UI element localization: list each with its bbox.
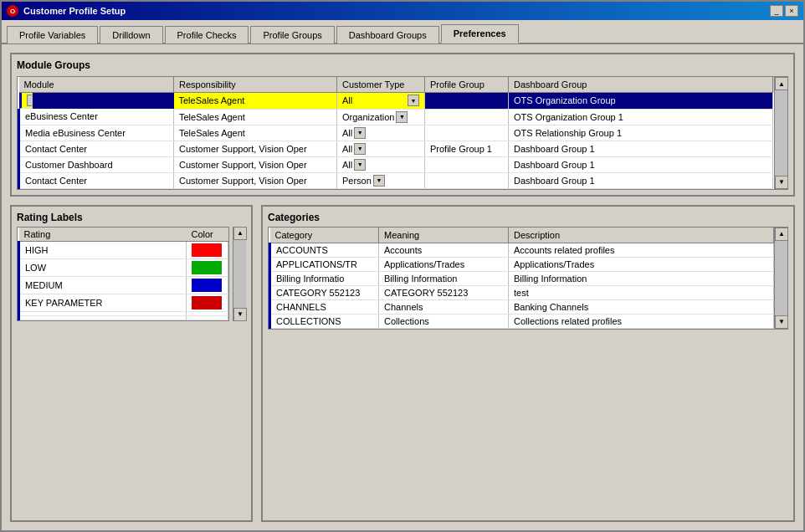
dashboard-group-cell: OTS Relationship Group 1 [509,125,773,141]
description-cell: Applications/Trades [509,257,774,271]
rating-labels-title: Rating Labels [17,212,246,223]
rating-header: Rating Color [19,228,228,242]
rating-scroll-up[interactable]: ▲ [233,227,247,240]
cat-scroll-down[interactable]: ▼ [775,315,788,329]
module-edit-btn[interactable]: ... [27,95,33,106]
module-cell: Contact Center [19,172,174,188]
module-cell: ...eBusiness Center [19,93,33,109]
customer-type-cell: All▼ [337,141,425,156]
module-row[interactable]: Customer DashboardCustomer Support, Visi… [19,156,787,172]
profile-group-cell [425,125,509,141]
module-groups-body: ...eBusiness CenterTeleSales AgentAll▼OT… [19,93,787,189]
category-cell: COLLECTIONS [270,314,379,328]
categories-body: ACCOUNTSAccountsAccounts related profile… [270,243,774,328]
module-row[interactable]: Contact CenterCustomer Support, Vision O… [19,172,787,188]
module-groups-section: Module Groups Module Responsibility Cust… [10,53,795,197]
description-cell: Banking Channels [509,299,774,314]
responsibility-cell: TeleSales Agent [174,109,337,125]
categories-scrollbar[interactable]: ▲ ▼ [774,228,787,329]
category-row[interactable]: Billing InformatioBilling InformationBil… [270,271,774,285]
customer-type-dropdown[interactable]: ▼ [354,143,366,155]
customer-type-dropdown[interactable]: ▼ [354,159,366,171]
main-content: Module Groups Module Responsibility Cust… [2,44,803,530]
meaning-cell: Applications/Trades [379,257,509,271]
module-groups-table: Module Responsibility Customer Type Prof… [18,77,787,189]
app-icon: O [7,5,18,17]
meaning-cell: Channels [379,299,509,314]
tab-profile-variables[interactable]: Profile Variables [7,26,98,43]
tab-drilldown[interactable]: Drilldown [100,26,162,43]
rating-row[interactable]: HIGH [19,241,228,258]
category-row[interactable]: CATEGORY 552123CATEGORY 552123test [270,285,774,299]
rating-row[interactable]: LOW [19,258,228,276]
scroll-track [775,90,787,176]
customer-type-dropdown[interactable]: ▼ [373,175,385,187]
customer-type-cell: All▼ [337,156,425,172]
profile-group-cell [425,172,509,188]
category-cell: APPLICATIONS/TR [270,257,379,271]
tab-dashboard-groups[interactable]: Dashboard Groups [336,26,439,43]
rating-table-wrap: Rating Color HIGHLOWMEDIUMKEY PARAMETER … [17,227,246,321]
cat-scroll-up[interactable]: ▲ [775,228,788,241]
scroll-up-btn[interactable]: ▲ [775,77,788,90]
rating-color-cell [187,258,228,276]
desc-col-header: Description [509,228,774,243]
rating-scrollbar[interactable]: ▲ ▼ [233,227,246,321]
scroll-down-btn[interactable]: ▼ [775,176,788,189]
module-groups-table-container: Module Responsibility Customer Type Prof… [17,76,788,190]
cat-scroll-track [775,241,787,315]
tab-preferences[interactable]: Preferences [441,24,519,43]
description-cell: Collections related profiles [509,314,774,328]
customer-type-dropdown[interactable]: ▼ [354,127,366,139]
module-row[interactable]: Contact CenterCustomer Support, Vision O… [19,141,787,156]
profile-group-cell: Profile Group 1 [425,141,509,156]
profile-group-cell [425,156,509,172]
col-header-customer-type: Customer Type [337,77,425,93]
restore-button[interactable]: × [785,5,798,17]
categories-header: Category Meaning Description [270,228,774,243]
meaning-cell: Billing Information [379,271,509,285]
rating-table: Rating Color HIGHLOWMEDIUMKEY PARAMETER [18,228,228,320]
category-row[interactable]: CHANNELSChannelsBanking Channels [270,299,774,314]
module-row[interactable]: Media eBusiness CenterTeleSales AgentAll… [19,125,787,141]
module-row[interactable]: ...eBusiness CenterTeleSales AgentAll▼OT… [19,93,787,110]
rating-label-cell: KEY PARAMETER [19,294,187,311]
rating-color-cell [187,294,228,311]
dashboard-group-cell: Dashboard Group 1 [509,141,773,156]
module-groups-scrollbar[interactable]: ▲ ▼ [774,77,787,189]
rating-row[interactable] [19,315,228,320]
description-cell: Billing Information [509,271,774,285]
customer-type-dropdown[interactable]: ▼ [396,111,408,123]
cat-col-header: Category [270,228,379,243]
rating-row[interactable]: MEDIUM [19,276,228,294]
category-row[interactable]: APPLICATIONS/TRApplications/TradesApplic… [270,257,774,271]
rating-body: HIGHLOWMEDIUMKEY PARAMETER [19,241,228,320]
customer-type-cell: Person▼ [337,172,425,188]
tab-profile-groups[interactable]: Profile Groups [250,26,334,43]
module-row[interactable]: eBusiness CenterTeleSales AgentOrganizat… [19,109,787,125]
dashboard-group-cell: OTS Organization Group [509,93,773,110]
minimize-button[interactable]: _ [770,5,783,17]
category-cell: Billing Informatio [270,271,379,285]
rating-scroll-down[interactable]: ▼ [233,308,247,321]
category-row[interactable]: ACCOUNTSAccountsAccounts related profile… [270,243,774,257]
meaning-cell: Collections [379,314,509,328]
dashboard-group-cell: Dashboard Group 1 [509,156,773,172]
categories-title: Categories [268,212,788,223]
module-cell: Customer Dashboard [19,156,174,172]
col-header-module: Module [19,77,174,93]
module-cell: Media eBusiness Center [19,125,174,141]
rating-label-cell: LOW [19,258,187,276]
rating-row[interactable]: KEY PARAMETER [19,294,228,311]
category-cell: CATEGORY 552123 [270,285,379,299]
module-cell: Contact Center [19,141,174,156]
module-groups-label: Module Groups [17,59,788,71]
customer-type-dropdown[interactable]: ▼ [408,95,419,106]
categories-table: Category Meaning Description ACCOUNTSAcc… [269,228,774,329]
tab-profile-checks[interactable]: Profile Checks [165,26,249,43]
category-row[interactable]: COLLECTIONSCollectionsCollections relate… [270,314,774,328]
responsibility-cell: TeleSales Agent [174,93,337,110]
col-header-dashboard-group: Dashboard Group [509,77,773,93]
module-groups-scroll: Module Responsibility Customer Type Prof… [18,77,787,189]
title-controls: _ × [770,5,798,17]
